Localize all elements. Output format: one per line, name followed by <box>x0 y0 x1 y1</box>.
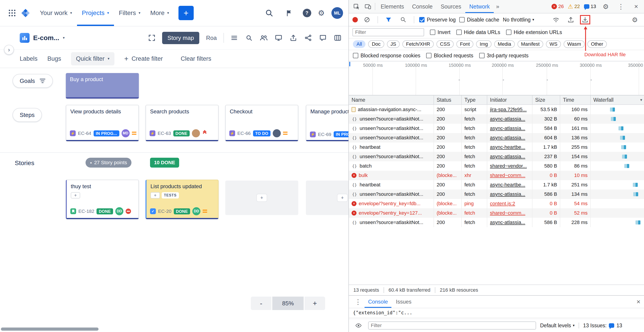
initiator-link[interactable]: async-atlassia... <box>490 116 525 122</box>
resource-filter-chip[interactable]: Img <box>476 40 492 48</box>
people-icon[interactable] <box>259 33 268 42</box>
rows-icon[interactable] <box>230 33 239 42</box>
network-request-row[interactable]: unseen?source=atlaskitNot... 200 fetch a… <box>349 152 644 161</box>
flag-icon[interactable] <box>282 6 296 20</box>
hide-data-urls-checkbox[interactable]: Hide data URLs <box>456 29 500 35</box>
tab-elements[interactable]: Elements <box>377 0 408 13</box>
labels-link[interactable]: Labels <box>20 55 38 62</box>
resource-filter-chip[interactable]: Wasm <box>564 40 585 48</box>
initiator-link[interactable]: shared~comm... <box>490 210 525 216</box>
record-icon[interactable] <box>352 17 358 23</box>
network-request-row[interactable]: unseen?source=atlaskitNot... 200 fetch a… <box>349 218 644 227</box>
initiator-link[interactable]: async-atlassia... <box>490 191 525 197</box>
more-tabs-icon[interactable]: » <box>494 3 501 10</box>
settings-gear-icon[interactable]: ⚙ <box>318 9 325 17</box>
network-request-row[interactable]: atlassian-navigation.async-... 200 scrip… <box>349 105 644 114</box>
network-request-row[interactable]: heartbeat 200 fetch async-heartbe... 1.7… <box>349 142 644 152</box>
column-header-size[interactable]: Size <box>532 95 560 104</box>
initiator-link[interactable]: jira-spa.72fe95... <box>490 107 527 112</box>
drawer-close-icon[interactable]: × <box>636 298 640 305</box>
steps-pill[interactable]: Steps <box>12 108 42 122</box>
issues-counter[interactable]: 13 Issues: 13 <box>583 322 622 329</box>
create-button[interactable]: + <box>178 6 194 20</box>
chevron-down-icon[interactable]: ▾ <box>63 36 65 40</box>
blocked-filter-checkbox[interactable]: Blocked response cookies <box>353 53 420 59</box>
nav-item-filters[interactable]: Filters▾ <box>114 0 145 26</box>
tab-sources[interactable]: Sources <box>437 0 465 13</box>
initiator-link[interactable]: async-heartbe... <box>490 144 525 150</box>
initiator-link[interactable]: content.js:2 <box>490 201 515 207</box>
add-card-button[interactable]: + <box>338 194 347 201</box>
warning-count-badge[interactable]: ⚠22 <box>568 4 580 10</box>
network-request-row[interactable]: unseen?source=atlaskitNot... 200 fetch a… <box>349 190 644 199</box>
goals-pill[interactable]: Goals <box>12 74 53 88</box>
initiator-link[interactable]: shared~vendor... <box>490 163 527 169</box>
devtools-menu-icon[interactable]: ⋮ <box>615 1 626 12</box>
column-header-waterfall[interactable]: Waterfall▾ <box>591 95 644 104</box>
help-icon[interactable]: ? <box>303 9 311 17</box>
drawer-menu-icon[interactable]: ⋮ <box>352 296 364 307</box>
resource-filter-chip[interactable]: Manifest <box>518 40 543 48</box>
devtools-close-icon[interactable]: × <box>630 1 642 12</box>
presentation-icon[interactable] <box>274 33 283 42</box>
console-filter-input[interactable] <box>368 321 536 329</box>
share-icon[interactable] <box>304 33 312 42</box>
column-header-status[interactable]: Status <box>434 95 462 104</box>
app-switcher-icon[interactable] <box>5 6 19 20</box>
column-header-name[interactable]: Name <box>349 95 434 104</box>
zoom-level[interactable]: 85% <box>272 297 304 310</box>
network-request-row[interactable]: envelope/?sentry_key=fdb... (blocke... p… <box>349 199 644 208</box>
network-request-row[interactable]: heartbeat 200 fetch async-heartbe... 1.7… <box>349 180 644 190</box>
preserve-log-checkbox[interactable]: Preserve log <box>419 17 456 23</box>
initiator-link[interactable]: async-atlassia... <box>490 125 525 131</box>
search-icon[interactable] <box>262 6 276 20</box>
network-request-row[interactable]: envelope/?sentry_key=127... (blocke... f… <box>349 208 644 218</box>
initiator-link[interactable]: async-atlassia... <box>490 220 525 225</box>
assignee-avatar[interactable] <box>192 129 200 137</box>
quick-filter-button[interactable]: Quick filter▾ <box>71 52 114 65</box>
resource-filter-chip[interactable]: JS <box>387 40 400 48</box>
resource-filter-chip[interactable]: All <box>353 40 366 48</box>
assignee-avatar[interactable]: DD <box>115 207 124 215</box>
resource-filter-chip[interactable]: Doc <box>368 40 384 48</box>
error-count-badge[interactable]: ×26 <box>552 4 564 10</box>
add-label-button[interactable]: + <box>71 192 80 198</box>
assignee-avatar[interactable] <box>273 129 281 137</box>
step-card[interactable]: View products details ⚡ EC-64 IN PROG...… <box>66 105 139 141</box>
hide-extension-urls-checkbox[interactable]: Hide extension URLs <box>506 29 562 35</box>
initiator-link[interactable]: shared~comm... <box>490 172 525 178</box>
step-card[interactable]: Manage products ⚡ EC-69 IN PROG... <box>306 105 348 141</box>
goal-card[interactable]: Buy a product <box>66 73 139 99</box>
column-header-time[interactable]: Time <box>560 95 591 104</box>
nav-item-more[interactable]: More▾ <box>145 0 174 26</box>
download-har-icon[interactable] <box>580 15 590 25</box>
network-filter-input[interactable] <box>352 28 424 36</box>
network-conditions-icon[interactable] <box>550 14 562 25</box>
throttling-select[interactable]: No throttling▾ <box>503 17 534 23</box>
drawer-tab-issues[interactable]: Issues <box>392 296 415 308</box>
step-card[interactable]: Search products ⚡ EC-63 DONE <box>146 105 218 141</box>
network-request-row[interactable]: unseen?source=atlaskitNot... 200 fetch a… <box>349 114 644 124</box>
inspect-element-icon[interactable] <box>351 1 362 12</box>
clear-icon[interactable] <box>362 14 372 25</box>
fullscreen-icon[interactable] <box>147 33 156 42</box>
story-card[interactable]: thuy test + EC-182 DONE DD <box>66 180 139 219</box>
network-overview-timeline[interactable]: 50000 ms 100000 ms 150000 ms 200000 ms 2… <box>349 61 644 95</box>
step-card[interactable]: Checkout ⚡ EC-66 TO DO <box>225 105 298 141</box>
log-levels-select[interactable]: Default levels▾ <box>540 322 574 329</box>
user-avatar[interactable]: ML <box>332 7 343 19</box>
story-card[interactable]: List products updated + TESTS ✓ EC-20 DO… <box>146 180 218 219</box>
search-icon[interactable] <box>244 33 254 42</box>
import-har-icon[interactable] <box>565 14 576 25</box>
empty-card-slot[interactable]: + <box>225 181 298 215</box>
column-header-initiator[interactable]: Initiator <box>487 95 532 104</box>
initiator-link[interactable]: async-heartbe... <box>490 182 525 188</box>
assignee-avatar[interactable]: MD <box>122 129 130 137</box>
zoom-out-button[interactable]: - <box>251 297 272 310</box>
network-request-row[interactable]: unseen?source=atlaskitNot... 200 fetch a… <box>349 124 644 133</box>
network-settings-icon[interactable]: ⚙ <box>629 14 640 25</box>
assignee-avatar[interactable]: DD <box>192 207 200 215</box>
view-toggle-roadmap[interactable]: Roa <box>205 32 218 44</box>
horizontal-scrollbar[interactable] <box>1 327 98 331</box>
console-message[interactable]: {"extension_id":"c... <box>349 308 644 318</box>
